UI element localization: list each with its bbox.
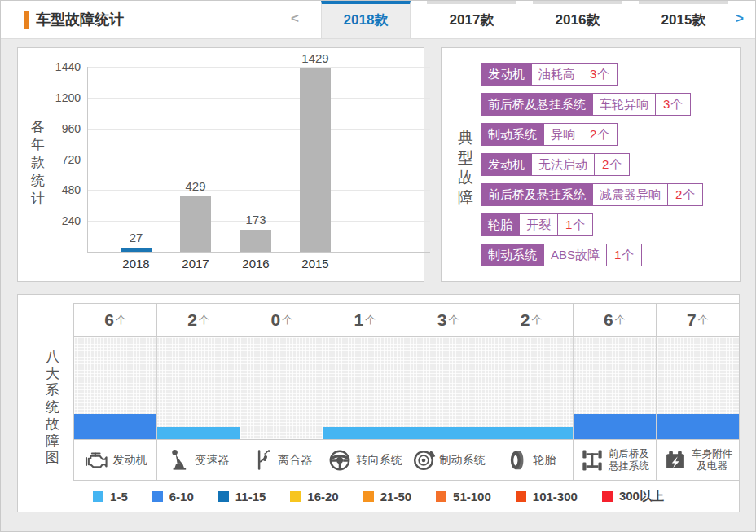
fault-system-badge: 发动机 xyxy=(481,63,532,86)
system-count-bar xyxy=(657,414,739,439)
y-axis-tick-label: 1440 xyxy=(55,60,81,73)
system-count-value: 2 xyxy=(187,310,197,330)
system-count-unit: 个 xyxy=(199,313,209,328)
vertical-label-char: 计 xyxy=(31,190,45,208)
system-icon-cell: 发动机 xyxy=(74,440,156,480)
system-count-cell: 0个 xyxy=(240,304,323,336)
model-year-tab-2018[interactable]: 2018款 xyxy=(321,1,411,38)
system-count-value: 1 xyxy=(354,310,364,330)
system-icon-cell: 转向系统 xyxy=(323,440,406,480)
vertical-label-char: 障 xyxy=(46,433,59,451)
x-axis-category-label: 2015 xyxy=(283,257,348,270)
steering-wheel-icon xyxy=(327,448,352,473)
legend-swatch xyxy=(218,491,229,502)
system-count-bar xyxy=(574,414,656,439)
system-count-bar xyxy=(74,414,156,439)
legend-swatch xyxy=(93,491,103,502)
system-count-bar xyxy=(490,427,573,439)
x-axis-category-label: 2018 xyxy=(103,257,169,270)
chart-gridline xyxy=(88,98,430,99)
fault-item: 前后桥及悬挂系统车轮异响3个 xyxy=(481,93,691,116)
fault-system-badge: 前后桥及悬挂系统 xyxy=(481,93,593,116)
yearly-stats-panel: 各年款统计 2404807209601200144027201842920171… xyxy=(17,47,424,282)
fault-item: 发动机无法启动2个 xyxy=(481,153,630,176)
legend-item: 21-50 xyxy=(363,489,411,504)
fault-name-badge: 油耗高 xyxy=(532,63,582,86)
system-count-cell: 2个 xyxy=(156,304,240,336)
system-count-value: 2 xyxy=(521,310,530,330)
header-bar: 车型故障统计 < 2018款2017款2016款2015款 > xyxy=(1,1,755,39)
legend-swatch xyxy=(516,491,526,502)
fault-item: 制动系统ABS故障1个 xyxy=(481,244,642,266)
fault-name-badge: 异响 xyxy=(544,123,582,146)
fault-item: 前后桥及悬挂系统减震器异响2个 xyxy=(481,183,703,206)
model-year-tab-2015[interactable]: 2015款 xyxy=(639,1,728,38)
system-label: 轮胎 xyxy=(533,453,556,466)
prev-models-chevron-icon[interactable]: < xyxy=(291,1,299,37)
system-label: 制动系统 xyxy=(440,453,486,466)
bar-value-label: 173 xyxy=(223,213,288,226)
legend-label: 51-100 xyxy=(453,490,491,503)
legend-item: 51-100 xyxy=(436,489,491,504)
y-axis-tick-label: 960 xyxy=(62,122,81,135)
system-count-unit: 个 xyxy=(698,313,709,328)
legend-item: 1-5 xyxy=(93,489,128,504)
legend-item: 6-10 xyxy=(152,489,194,504)
chart-gridline xyxy=(88,129,430,130)
system-icon-cell: 制动系统 xyxy=(407,440,490,480)
gearshift-icon xyxy=(168,448,191,472)
legend-swatch xyxy=(152,491,163,502)
legend-item: 300以上 xyxy=(602,489,664,504)
next-models-chevron-icon[interactable]: > xyxy=(736,1,744,37)
system-label: 转向系统 xyxy=(356,453,402,466)
vertical-label-char: 系 xyxy=(46,382,59,399)
battery-icon xyxy=(663,449,688,472)
system-count-value: 7 xyxy=(687,310,697,330)
fault-count-badge: 3个 xyxy=(582,63,618,86)
fault-count-badge: 1个 xyxy=(558,213,593,236)
engine-icon xyxy=(84,448,109,472)
systems-table: 6个2个0个1个3个2个6个7个 发动机变速器离合器转向系统制动系统轮胎前后桥及… xyxy=(73,303,740,481)
system-count-bar xyxy=(407,427,490,439)
model-year-tab-2016[interactable]: 2016款 xyxy=(533,1,622,38)
vertical-label-char: 各 xyxy=(31,118,45,136)
vertical-label-char: 型 xyxy=(458,148,473,169)
fault-system-badge: 前后桥及悬挂系统 xyxy=(481,183,593,206)
system-bar-cell xyxy=(573,337,656,439)
fault-count-badge: 2个 xyxy=(595,153,630,176)
systems-chart-label: 八大系统故障图 xyxy=(46,349,59,467)
system-icon-cell: 变速器 xyxy=(156,440,240,480)
x-axis-category-label: 2016 xyxy=(223,257,288,270)
system-bar-cell xyxy=(490,337,573,439)
bar-value-label: 429 xyxy=(163,179,228,193)
legend-item: 16-20 xyxy=(290,489,338,504)
system-label: 前后桥及 悬挂系统 xyxy=(609,448,649,472)
legend-label: 21-50 xyxy=(380,490,411,503)
system-bar-cell xyxy=(240,337,323,439)
system-count-cell: 1个 xyxy=(323,304,406,336)
fault-count-badge: 2个 xyxy=(582,123,618,146)
y-axis-tick-label: 1200 xyxy=(55,91,81,104)
fault-system-badge: 制动系统 xyxy=(481,244,544,266)
y-axis-tick-label: 720 xyxy=(62,153,81,166)
yearly-bar-2018 xyxy=(121,248,152,252)
system-icon-cell: 前后桥及 悬挂系统 xyxy=(573,440,656,480)
vertical-label-char: 八 xyxy=(46,349,59,366)
chart-gridline xyxy=(88,160,430,160)
vertical-label-char: 典 xyxy=(458,128,473,148)
model-year-tab-2017[interactable]: 2017款 xyxy=(427,1,516,38)
legend-label: 101-300 xyxy=(533,490,578,503)
fault-item: 制动系统异响2个 xyxy=(481,123,618,146)
system-count-cell: 6个 xyxy=(573,304,656,336)
system-count-value: 6 xyxy=(104,310,114,330)
legend-label: 6-10 xyxy=(169,490,194,503)
system-label: 变速器 xyxy=(195,453,229,466)
systems-count-row: 6个2个0个1个3个2个6个7个 xyxy=(73,303,740,337)
fault-name-badge: ABS故障 xyxy=(544,244,607,266)
legend-label: 1-5 xyxy=(110,490,128,503)
system-label: 车身附件 及电器 xyxy=(692,448,732,472)
chart-gridline xyxy=(88,67,430,68)
legend-item: 101-300 xyxy=(516,489,578,504)
system-label: 离合器 xyxy=(278,453,312,466)
system-count-cell: 6个 xyxy=(74,304,156,336)
